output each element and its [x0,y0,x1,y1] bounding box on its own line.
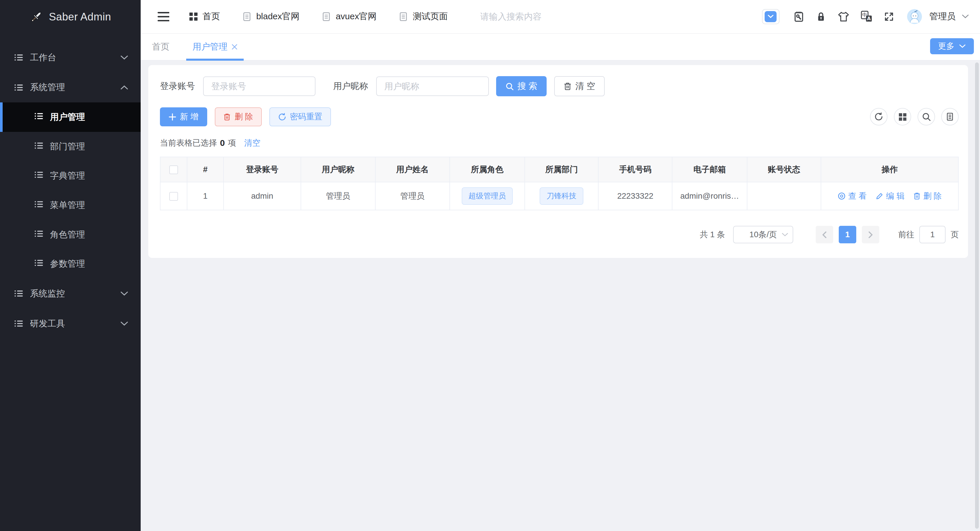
sidebar-item-workbench[interactable]: 工作台 [0,43,141,73]
account-input[interactable] [203,76,315,96]
tab-home[interactable]: 首页 [152,34,169,60]
search-icon [922,112,931,121]
topnav-test-page[interactable]: 测试页面 [399,11,448,22]
debug-clipboard-icon[interactable] [793,11,805,22]
close-icon[interactable] [232,44,237,49]
action-row: 新 增 删 除 密码重置 [160,107,959,126]
sidebar-item-system-management[interactable]: 系统管理 [0,72,141,102]
cell-select [160,182,187,210]
document-icon [322,12,331,21]
document-icon [242,12,251,21]
tabs-more-button[interactable]: 更多 [930,38,974,54]
chevron-down-icon [782,233,788,237]
topnav-label: 首页 [202,11,220,22]
row-edit-link[interactable]: 编 辑 [875,191,905,202]
refresh-button[interactable] [870,108,888,126]
user-avatar[interactable] [907,9,922,24]
topbar-actions: 中 A [762,9,969,24]
prev-page-button[interactable] [816,226,833,243]
row-delete-link[interactable]: 删 除 [913,191,942,202]
table-row: 1 admin 管理员 管理员 超级管理员 刀锋科技 22233322 admi… [160,182,958,210]
search-toggle-button[interactable] [918,108,935,126]
app-logo: Saber Admin [0,0,141,34]
topnav-home[interactable]: 首页 [189,11,220,22]
goto-label: 前往 [898,229,915,240]
refresh-icon [278,113,286,121]
user-name[interactable]: 管理员 [929,11,956,22]
sidebar-item-label: 参数管理 [50,258,85,270]
vertical-scrollbar[interactable] [975,62,979,529]
fullscreen-icon[interactable] [884,11,894,22]
sidebar-item-label: 用户管理 [50,111,85,123]
list-icon [35,170,43,181]
chevron-right-icon [869,231,873,238]
grid-icon [189,13,197,21]
tab-user-management[interactable]: 用户管理 [186,34,244,60]
header-email: 电子邮箱 [672,157,747,182]
translate-icon[interactable]: 中 A [861,11,873,22]
list-icon [14,83,23,92]
row-view-link[interactable]: 查 看 [838,191,867,202]
search-button[interactable]: 搜 索 [496,76,547,96]
current-page-button[interactable]: 1 [839,226,856,243]
page-size-value: 10条/页 [749,229,777,240]
cell-account: admin [224,182,301,210]
list-icon [35,112,43,122]
view-icon [838,192,846,200]
chevron-down-icon [765,11,776,22]
sidebar-item-dept-management[interactable]: 部门管理 [0,132,141,161]
sidebar-item-dev-tools[interactable]: 研发工具 [0,309,141,339]
sidebar-item-dict-management[interactable]: 字典管理 [0,161,141,191]
pagination-total: 共 1 条 [700,229,725,240]
delete-button[interactable]: 删 除 [215,107,262,126]
sidebar-item-label: 研发工具 [30,318,121,330]
selection-count: 0 [220,138,225,148]
pagination: 共 1 条 10条/页 1 前往 [160,226,959,243]
clear-filters-button[interactable]: 清 空 [554,76,605,96]
select-all-checkbox[interactable] [169,165,178,174]
sidebar-item-param-management[interactable]: 参数管理 [0,249,141,279]
page-size-select[interactable]: 10条/页 [733,226,793,243]
clear-label: 清 空 [575,80,595,92]
password-reset-button[interactable]: 密码重置 [269,107,331,126]
header-status: 账号状态 [747,157,821,182]
lock-icon[interactable] [816,11,826,22]
add-button[interactable]: 新 增 [160,107,207,126]
filter-row: 登录账号 用户昵称 搜 索 清 空 [160,76,959,96]
row-checkbox[interactable] [169,192,178,201]
next-page-button[interactable] [862,226,879,243]
list-icon [35,229,43,240]
header-nickname: 用户昵称 [301,157,375,182]
cell-nickname: 管理员 [301,182,375,210]
content-card: 登录账号 用户昵称 搜 索 清 空 新 增 [148,65,968,258]
dagger-icon [29,10,43,24]
log-button[interactable] [941,108,959,126]
chevron-down-icon[interactable] [962,14,969,19]
svg-text:A: A [867,16,871,21]
selection-clear-link[interactable]: 清空 [244,137,261,148]
sidebar-item-menu-management[interactable]: 菜单管理 [0,191,141,220]
sidebar-item-role-management[interactable]: 角色管理 [0,220,141,250]
delete-label: 删 除 [235,111,253,122]
global-search-input[interactable] [480,12,574,22]
search-icon [506,82,514,91]
header-name: 用户姓名 [375,157,450,182]
goto-page: 前往 页 [898,226,959,243]
collapse-toggle-button[interactable] [762,9,780,24]
header-select-all [160,157,187,182]
column-settings-button[interactable] [894,108,912,126]
sidebar-item-label: 菜单管理 [50,199,85,211]
nickname-input[interactable] [376,76,488,96]
app-title: Saber Admin [49,11,111,23]
sidebar-item-system-monitor[interactable]: 系统监控 [0,279,141,309]
topnav-label: bladex官网 [256,11,299,22]
chevron-down-icon [959,45,966,48]
goto-page-input[interactable] [919,226,945,243]
search-label: 搜 索 [517,80,537,92]
plus-icon [169,113,176,121]
hamburger-menu-icon[interactable] [158,12,170,21]
sidebar-item-user-management[interactable]: 用户管理 [0,102,141,132]
topnav-avuex[interactable]: avuex官网 [322,11,377,22]
topnav-bladex[interactable]: bladex官网 [242,11,299,22]
theme-shirt-icon[interactable] [838,11,850,22]
